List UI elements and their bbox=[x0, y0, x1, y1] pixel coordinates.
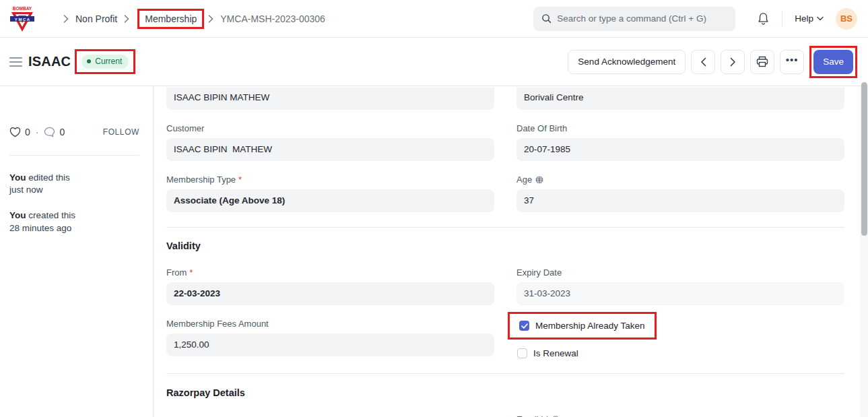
chevron-right-icon bbox=[208, 15, 213, 23]
form-sidebar: 0 · 0 FOLLOW You edited this just now Yo… bbox=[0, 86, 154, 417]
activity-entry: You created this 28 minutes ago bbox=[9, 210, 139, 234]
chevron-right-icon bbox=[63, 15, 69, 23]
date-of-birth-field: Date Of Birth 20-07-1985 bbox=[516, 123, 844, 161]
member-name-input[interactable]: ISAAC BIPIN MATHEW bbox=[166, 88, 494, 110]
dot-separator: · bbox=[36, 127, 39, 137]
membership-type-input[interactable]: Associate (Age Above 18) bbox=[166, 189, 494, 212]
membership-fees-label: Membership Fees Amount bbox=[166, 319, 269, 329]
validity-section-title: Validity bbox=[166, 240, 844, 251]
chevron-right-icon bbox=[124, 15, 129, 23]
section-divider bbox=[166, 373, 844, 374]
vertical-scrollbar[interactable] bbox=[860, 86, 868, 417]
membership-type-label: Membership Type bbox=[166, 174, 236, 185]
svg-text:BOMBAY: BOMBAY bbox=[13, 6, 32, 11]
from-date-field: From * 22-03-2023 bbox=[166, 267, 494, 305]
age-field: Age 37 bbox=[516, 174, 844, 212]
expiry-date-label: Expiry Date bbox=[516, 267, 562, 278]
date-of-birth-input[interactable]: 20-07-1985 bbox=[516, 138, 844, 161]
ellipsis-icon: ••• bbox=[786, 54, 799, 65]
centre-input[interactable]: Borivali Centre bbox=[516, 88, 844, 110]
razorpay-left-column bbox=[166, 414, 494, 417]
age-label: Age bbox=[516, 174, 532, 185]
required-marker: * bbox=[238, 174, 242, 185]
activity-action: edited this bbox=[26, 172, 70, 183]
email-id-label: Email Id bbox=[516, 414, 548, 417]
heart-icon[interactable] bbox=[9, 127, 21, 137]
centre-field: Borivali Centre bbox=[516, 86, 844, 110]
previous-document-button[interactable] bbox=[691, 50, 715, 74]
activity-entry: You edited this just now bbox=[9, 172, 139, 196]
top-navbar: BOMBAY Y M C A Non Profit Membership YMC… bbox=[0, 0, 868, 38]
search-icon bbox=[541, 13, 552, 24]
comment-icon[interactable] bbox=[44, 127, 55, 137]
membership-fees-field: Membership Fees Amount 1,250.00 bbox=[166, 319, 494, 358]
status-dot-icon bbox=[87, 59, 91, 63]
help-label: Help bbox=[795, 13, 813, 24]
sidebar-toggle-icon[interactable] bbox=[9, 57, 22, 67]
annotation-box-membership-taken: Membership Already Taken bbox=[508, 312, 657, 340]
printer-icon bbox=[756, 56, 768, 67]
checkbox-unchecked-icon bbox=[517, 348, 527, 358]
breadcrumb-document-id: YMCA-MSH-2023-00306 bbox=[220, 13, 325, 24]
form-body: ISAAC BIPIN MATHEW Borivali Centre Custo… bbox=[154, 86, 868, 417]
help-menu[interactable]: Help bbox=[795, 13, 824, 24]
annotation-box-save: Save bbox=[809, 46, 857, 78]
customer-field: Customer ISAAC BIPIN MATHEW bbox=[166, 123, 494, 161]
customer-input[interactable]: ISAAC BIPIN MATHEW bbox=[166, 138, 494, 161]
chevron-left-icon bbox=[700, 57, 706, 67]
checkbox-checked-icon bbox=[519, 321, 529, 331]
like-count[interactable]: 0 bbox=[25, 127, 30, 137]
activity-actor: You bbox=[9, 210, 26, 220]
comment-count[interactable]: 0 bbox=[59, 127, 65, 137]
is-renewal-checkbox[interactable]: Is Renewal bbox=[517, 348, 844, 358]
likes-row: 0 · 0 FOLLOW bbox=[9, 127, 139, 137]
bell-icon bbox=[757, 12, 770, 26]
date-of-birth-label: Date Of Birth bbox=[516, 123, 567, 133]
member-name-field: ISAAC BIPIN MATHEW bbox=[166, 86, 494, 110]
status-badge-label: Current bbox=[95, 57, 122, 66]
content-area: 0 · 0 FOLLOW You edited this just now Yo… bbox=[0, 86, 868, 417]
save-button[interactable]: Save bbox=[813, 50, 853, 74]
notifications-button[interactable] bbox=[757, 12, 770, 26]
membership-form-page: BOMBAY Y M C A Non Profit Membership YMC… bbox=[0, 0, 868, 417]
user-avatar[interactable]: BS bbox=[836, 8, 857, 30]
chevron-right-icon bbox=[730, 57, 736, 67]
breadcrumb-non-profit[interactable]: Non Profit bbox=[75, 13, 117, 24]
print-button[interactable] bbox=[750, 50, 774, 74]
page-header: ISAAC Current Send Acknowledgement ••• S… bbox=[0, 38, 868, 86]
membership-fees-input[interactable]: 1,250.00 bbox=[166, 333, 494, 356]
next-document-button[interactable] bbox=[721, 50, 745, 74]
scrollbar-thumb[interactable] bbox=[861, 82, 867, 236]
is-renewal-label: Is Renewal bbox=[533, 348, 578, 358]
svg-text:Y M C A: Y M C A bbox=[15, 17, 30, 21]
required-marker: * bbox=[189, 267, 193, 278]
sidebar-divider bbox=[9, 155, 139, 156]
activity-time: 28 minutes ago bbox=[9, 223, 71, 233]
from-label: From bbox=[166, 267, 187, 278]
membership-type-field: Membership Type * Associate (Age Above 1… bbox=[166, 174, 494, 212]
search-placeholder: Search or type a command (Ctrl + G) bbox=[557, 13, 706, 24]
section-divider bbox=[166, 227, 844, 228]
menu-button[interactable]: ••• bbox=[780, 50, 804, 74]
breadcrumb-membership[interactable]: Membership bbox=[145, 13, 197, 24]
razorpay-section-title: Razorpay Details bbox=[166, 387, 844, 398]
annotation-box-current: Current bbox=[75, 49, 135, 74]
status-badge: Current bbox=[81, 55, 129, 69]
membership-already-taken-checkbox[interactable]: Membership Already Taken bbox=[519, 321, 645, 331]
age-input[interactable]: 37 bbox=[516, 189, 844, 212]
from-date-input[interactable]: 22-03-2023 bbox=[166, 282, 494, 305]
email-id-field: Email Id bbox=[516, 414, 844, 417]
follow-button[interactable]: FOLLOW bbox=[103, 127, 139, 137]
customer-label: Customer bbox=[166, 123, 204, 133]
expiry-date-input: 31-03-2023 bbox=[516, 282, 844, 305]
checkbox-column: Membership Already Taken Is Renewal bbox=[516, 319, 844, 358]
globe-icon bbox=[535, 176, 543, 184]
bombay-ymca-logo[interactable]: BOMBAY Y M C A bbox=[9, 5, 35, 33]
activity-actor: You bbox=[9, 172, 26, 183]
global-search-input[interactable]: Search or type a command (Ctrl + G) bbox=[533, 7, 735, 31]
membership-already-taken-label: Membership Already Taken bbox=[535, 321, 645, 331]
send-acknowledgement-button[interactable]: Send Acknowledgement bbox=[568, 50, 686, 74]
annotation-box-membership: Membership bbox=[137, 9, 204, 29]
activity-action: created this bbox=[26, 210, 76, 220]
activity-time: just now bbox=[9, 185, 43, 195]
